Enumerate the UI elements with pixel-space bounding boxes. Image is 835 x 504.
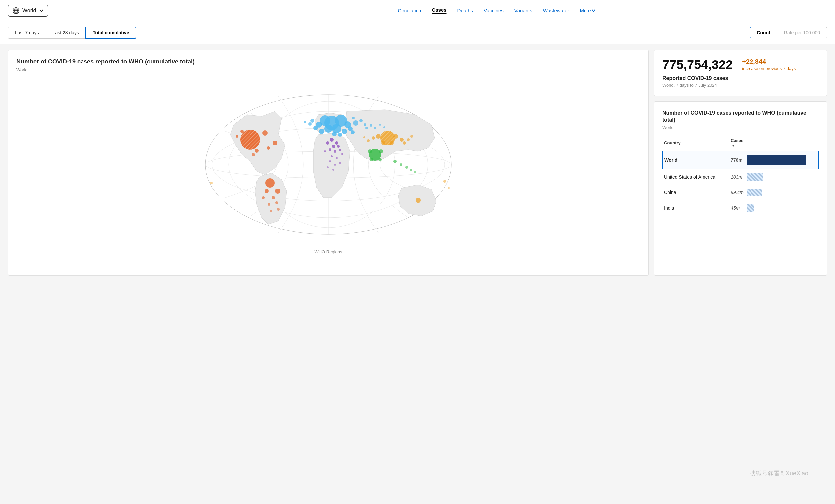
svg-point-97 xyxy=(448,187,450,189)
stats-description: Reported COVID-19 cases xyxy=(663,76,819,81)
svg-point-91 xyxy=(370,124,372,127)
svg-point-54 xyxy=(337,145,340,148)
svg-point-98 xyxy=(210,182,212,184)
nav-cases[interactable]: Cases xyxy=(432,7,446,14)
nav-vaccines[interactable]: Vaccines xyxy=(484,8,504,13)
svg-point-56 xyxy=(334,150,336,153)
svg-point-75 xyxy=(403,141,406,145)
globe-icon xyxy=(12,7,20,14)
svg-point-93 xyxy=(379,124,381,126)
map-divider xyxy=(16,79,640,80)
main-content: Number of COVID-19 cases reported to WHO… xyxy=(0,44,835,281)
tab-total-cumulative[interactable]: Total cumulative xyxy=(85,27,136,39)
svg-point-96 xyxy=(444,180,446,183)
cases-table: Country Cases World 776m xyxy=(663,135,819,216)
svg-point-43 xyxy=(265,189,269,193)
nav-variants[interactable]: Variants xyxy=(514,8,532,13)
nav-deaths[interactable]: Deaths xyxy=(457,8,473,13)
country-china: China xyxy=(663,185,729,200)
svg-point-81 xyxy=(368,149,372,153)
svg-point-78 xyxy=(410,135,413,138)
svg-point-87 xyxy=(405,166,408,169)
svg-point-53 xyxy=(332,145,335,148)
svg-point-63 xyxy=(334,164,336,166)
svg-point-23 xyxy=(338,133,342,136)
table-card-title: Number of COVID-19 cases reported to WHO… xyxy=(663,110,819,124)
world-label: World xyxy=(22,8,36,14)
nav-circulation[interactable]: Circulation xyxy=(398,8,421,13)
right-panel: 775,754,322 +22,844 increase on previous… xyxy=(654,49,827,276)
svg-point-39 xyxy=(236,135,238,138)
svg-point-19 xyxy=(319,129,324,134)
svg-point-55 xyxy=(329,148,331,151)
table-row-usa[interactable]: United States of America 103m xyxy=(663,169,818,185)
svg-point-86 xyxy=(400,163,402,166)
count-rate-tabs: Count Rate per 100 000 xyxy=(750,27,827,38)
svg-point-95 xyxy=(415,198,421,203)
table-scroll-area[interactable]: Country Cases World 776m xyxy=(663,135,819,216)
time-tabs: Last 7 days Last 28 days Total cumulativ… xyxy=(8,27,136,39)
svg-point-24 xyxy=(351,130,354,134)
stats-increase-label: increase on previous 7 days xyxy=(742,66,796,71)
svg-point-66 xyxy=(332,169,334,171)
svg-point-26 xyxy=(310,119,314,123)
col-bar xyxy=(745,135,818,151)
svg-point-70 xyxy=(400,138,404,142)
map-svg[interactable] xyxy=(199,85,458,245)
stats-card: 775,754,322 +22,844 increase on previous… xyxy=(654,49,827,96)
count-button[interactable]: Count xyxy=(750,27,777,38)
svg-point-61 xyxy=(336,157,338,159)
map-regions-label: WHO Regions xyxy=(314,249,342,254)
svg-point-22 xyxy=(313,126,318,130)
svg-point-65 xyxy=(327,166,329,168)
svg-point-35 xyxy=(273,141,278,145)
svg-point-92 xyxy=(373,127,376,129)
country-world: World xyxy=(663,151,729,169)
bar-china-cell xyxy=(745,185,818,200)
svg-point-57 xyxy=(339,149,341,151)
table-row-world[interactable]: World 776m xyxy=(663,151,818,169)
svg-point-62 xyxy=(329,160,331,162)
table-card: Number of COVID-19 cases reported to WHO… xyxy=(654,101,827,276)
svg-point-36 xyxy=(255,149,259,153)
map-panel: Number of COVID-19 cases reported to WHO… xyxy=(8,49,649,276)
nav-more[interactable]: More xyxy=(579,8,595,13)
svg-point-29 xyxy=(352,117,354,119)
svg-point-52 xyxy=(326,141,329,145)
tab-last-7-days[interactable]: Last 7 days xyxy=(8,27,45,39)
main-nav: Circulation Cases Deaths Vaccines Varian… xyxy=(398,7,595,14)
svg-point-31 xyxy=(304,121,306,123)
svg-point-15 xyxy=(324,125,332,133)
cases-world: 776m xyxy=(729,151,745,169)
bar-world xyxy=(747,155,807,165)
svg-point-51 xyxy=(335,141,338,145)
svg-point-30 xyxy=(364,123,366,126)
table-row-india[interactable]: India 45m xyxy=(663,200,818,216)
svg-point-94 xyxy=(383,126,385,128)
country-india: India xyxy=(663,200,729,216)
svg-point-60 xyxy=(331,155,333,157)
svg-point-74 xyxy=(372,136,375,140)
svg-point-49 xyxy=(270,210,272,212)
table-row-china[interactable]: China 99.4m xyxy=(663,185,818,200)
svg-point-58 xyxy=(324,150,326,152)
chevron-down-icon-nav xyxy=(592,9,596,13)
svg-point-18 xyxy=(342,129,347,134)
col-cases[interactable]: Cases xyxy=(729,135,745,151)
rate-button[interactable]: Rate per 100 000 xyxy=(777,27,827,38)
cases-usa: 103m xyxy=(729,169,745,185)
tab-last-28-days[interactable]: Last 28 days xyxy=(45,27,85,39)
svg-point-25 xyxy=(353,120,358,126)
nav-wastewater[interactable]: Wastewater xyxy=(543,8,569,13)
table-card-subtitle: World xyxy=(663,125,819,130)
svg-point-42 xyxy=(275,189,281,194)
svg-point-20 xyxy=(348,126,353,131)
svg-point-34 xyxy=(240,130,260,150)
chevron-down-icon xyxy=(39,8,44,13)
svg-point-27 xyxy=(308,122,312,126)
stats-increase: +22,844 xyxy=(742,58,766,65)
svg-point-64 xyxy=(339,162,341,164)
bar-india xyxy=(747,205,754,212)
svg-point-84 xyxy=(378,158,382,161)
world-selector[interactable]: World xyxy=(8,5,48,17)
